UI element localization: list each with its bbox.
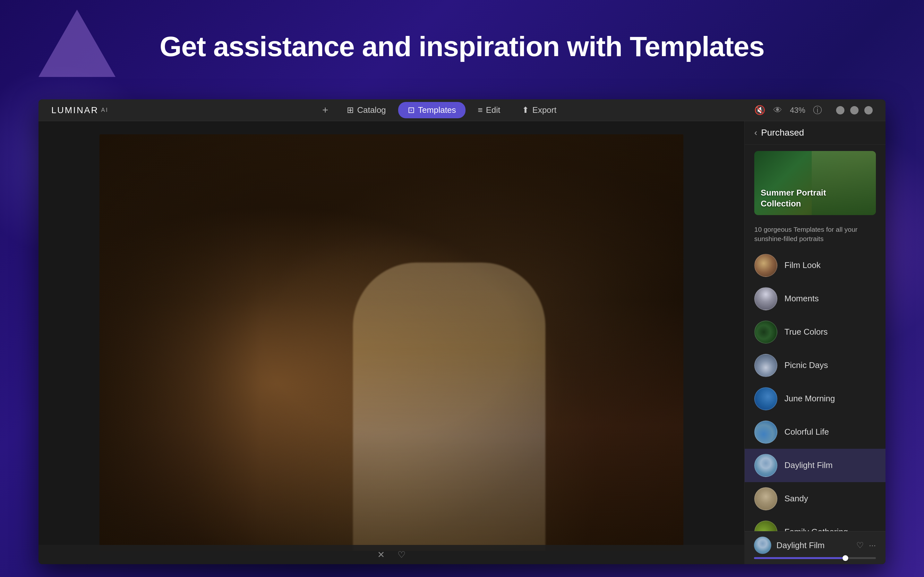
template-thumb-moments — [754, 287, 777, 310]
pack-card-name: Summer Portrait Collection — [761, 187, 826, 210]
template-name-colorful-life: Colorful Life — [784, 427, 829, 437]
template-item-colorful-life[interactable]: Colorful Life — [745, 416, 885, 449]
canvas-close-icon[interactable]: ✕ — [377, 550, 384, 560]
sbb-active-name: Daylight Film — [776, 540, 856, 550]
hero-section: Get assistance and inspiration with Temp… — [0, 0, 924, 93]
sidebar-header: ‹ Purchased — [745, 121, 885, 145]
titlebar-nav: + ⊞ Catalog ⊡ Templates ≡ Edit ⬆ Export — [128, 102, 754, 119]
sbb-active-thumb — [754, 537, 771, 554]
template-thumb-picnic-days — [754, 354, 777, 377]
nav-catalog[interactable]: ⊞ Catalog — [337, 102, 396, 118]
back-arrow-icon[interactable]: ‹ — [754, 127, 757, 138]
canvas-heart-icon[interactable]: ♡ — [397, 550, 405, 560]
nav-export[interactable]: ⬆ Export — [512, 102, 566, 118]
catalog-icon: ⊞ — [347, 105, 354, 115]
sidebar-bottom-bar: Daylight Film ♡ ··· — [744, 531, 885, 564]
template-name-true-colors: True Colors — [784, 327, 828, 337]
template-name-sandy: Sandy — [784, 494, 808, 504]
edit-icon: ≡ — [478, 105, 483, 115]
titlebar: LUMINAR AI + ⊞ Catalog ⊡ Templates ≡ Edi… — [39, 99, 885, 121]
nav-templates[interactable]: ⊡ Templates — [398, 102, 466, 118]
export-icon: ⬆ — [522, 105, 529, 115]
template-item-daylight-film[interactable]: Daylight Film — [745, 449, 885, 482]
logo-ai: AI — [101, 107, 108, 113]
templates-icon: ⊡ — [408, 105, 415, 115]
window-controls — [836, 106, 873, 114]
pack-card[interactable]: Summer Portrait Collection — [754, 151, 876, 215]
speaker-icon[interactable]: 🔇 — [754, 105, 766, 115]
sbb-slider-row — [754, 557, 876, 559]
template-item-sandy[interactable]: Sandy — [745, 482, 885, 516]
app-logo: LUMINAR AI — [51, 105, 108, 115]
right-sidebar: ‹ Purchased Summer Portrait Collection 1… — [744, 121, 885, 564]
template-name-film-look: Film Look — [784, 260, 821, 270]
template-item-picnic-days[interactable]: Picnic Days — [745, 349, 885, 382]
sbb-slider-thumb[interactable] — [843, 555, 848, 561]
hero-title: Get assistance and inspiration with Temp… — [160, 30, 764, 63]
template-thumb-june-morning — [754, 387, 777, 410]
sbb-more-icon[interactable]: ··· — [869, 540, 876, 550]
photo-canvas: ✕ ♡ — [39, 121, 744, 564]
template-thumb-sandy — [754, 487, 777, 510]
zoom-level[interactable]: 43% — [790, 106, 805, 115]
template-thumb-true-colors — [754, 321, 777, 343]
minimize-button[interactable] — [836, 106, 845, 114]
template-thumb-daylight-film — [754, 454, 777, 477]
logo-text: LUMINAR — [51, 105, 99, 115]
template-name-picnic-days: Picnic Days — [784, 360, 828, 370]
template-thumb-colorful-life — [754, 421, 777, 444]
sbb-opacity-slider[interactable] — [754, 557, 876, 559]
maximize-button[interactable] — [850, 106, 859, 114]
close-button[interactable] — [864, 106, 873, 114]
titlebar-right: 🔇 👁 43% ⓘ — [754, 104, 873, 116]
sbb-top-row: Daylight Film ♡ ··· — [754, 537, 876, 554]
add-button[interactable]: + — [316, 102, 335, 119]
sbb-heart-icon[interactable]: ♡ — [856, 540, 864, 550]
template-name-june-morning: June Morning — [784, 394, 835, 404]
template-name-moments: Moments — [784, 293, 819, 303]
template-list: Film Look Moments True Colors Picnic Day… — [745, 249, 885, 564]
template-item-moments[interactable]: Moments — [745, 282, 885, 316]
app-window: LUMINAR AI + ⊞ Catalog ⊡ Templates ≡ Edi… — [39, 99, 885, 564]
pack-description: 10 gorgeous Templates for all your sunsh… — [745, 221, 885, 249]
info-icon[interactable]: ⓘ — [813, 104, 822, 116]
photo-main — [99, 134, 683, 551]
main-content: ✕ ♡ ‹ Purchased Summer Portrait Collecti… — [39, 121, 885, 564]
template-item-film-look[interactable]: Film Look — [745, 249, 885, 282]
template-item-true-colors[interactable]: True Colors — [745, 316, 885, 349]
sbb-action-icons: ♡ ··· — [856, 540, 876, 550]
eye-icon[interactable]: 👁 — [773, 105, 782, 115]
photo-vignette — [99, 134, 683, 551]
nav-edit[interactable]: ≡ Edit — [468, 102, 510, 118]
canvas-bottom-bar: ✕ ♡ — [39, 545, 744, 564]
template-name-daylight-film: Daylight Film — [784, 460, 833, 470]
sidebar-title: Purchased — [761, 127, 804, 138]
template-item-june-morning[interactable]: June Morning — [745, 382, 885, 416]
template-thumb-film-look — [754, 254, 777, 277]
